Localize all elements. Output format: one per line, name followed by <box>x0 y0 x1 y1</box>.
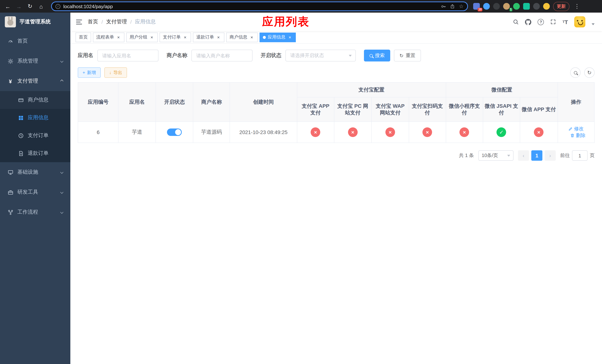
reload-icon[interactable]: ↻ <box>25 1 35 11</box>
tab-app-info[interactable]: 应用信息 × <box>259 32 296 42</box>
monitor-icon <box>7 169 13 175</box>
navbar-actions: ? TT <box>513 16 595 27</box>
password-key-icon[interactable] <box>441 3 446 9</box>
sidebar-item-refund-orders[interactable]: 退款订单 <box>0 144 70 162</box>
extension-icon[interactable] <box>493 3 500 10</box>
tab-refund-orders[interactable]: 退款订单 × <box>193 32 224 42</box>
col-alipay-app: 支付宝 APP 支付 <box>297 97 334 122</box>
home-icon[interactable]: ⌂ <box>36 1 46 11</box>
tab-payment-orders[interactable]: 支付订单 × <box>160 32 191 42</box>
search-icon[interactable] <box>513 19 519 25</box>
tab-user-group[interactable]: 用户分组 × <box>126 32 158 42</box>
reset-button[interactable]: ↻ 重置 <box>394 50 421 62</box>
close-icon[interactable]: × <box>249 35 254 40</box>
status-switch[interactable] <box>167 128 182 136</box>
tab-home[interactable]: 首页 <box>75 32 91 42</box>
hamburger-icon[interactable] <box>75 18 83 25</box>
sidebar-item-label: 商户信息 <box>28 97 49 103</box>
avatar-dropdown-caret[interactable] <box>592 23 595 25</box>
pagination-total: 共 1 条 <box>459 152 474 159</box>
app-logo-row[interactable]: 芋道管理系统 <box>0 13 70 31</box>
clock-order-icon <box>18 133 24 138</box>
export-button[interactable]: ↓ 导出 <box>104 67 127 78</box>
forward-icon[interactable]: → <box>14 1 24 11</box>
sidebar-item-label: 首页 <box>17 38 28 44</box>
chevron-down-icon <box>60 211 64 214</box>
share-icon[interactable] <box>450 4 455 9</box>
sidebar-item-app-info[interactable]: 应用信息 <box>0 109 70 127</box>
grid-icon <box>18 115 24 120</box>
site-info-icon[interactable]: i <box>55 4 60 9</box>
search-button[interactable]: 搜索 <box>364 50 390 62</box>
chevron-down-icon <box>60 171 64 174</box>
page-size-select[interactable]: 10条/页 <box>478 150 514 161</box>
workflow-icon <box>7 209 13 215</box>
refresh-button[interactable]: ↻ <box>584 67 595 78</box>
sidebar-item-label: 支付管理 <box>17 78 38 85</box>
sidebar-item-label: 支付订单 <box>28 132 49 139</box>
extension-icon[interactable]: 10 <box>473 3 480 10</box>
status-select[interactable]: 请选择开启状态 <box>285 50 356 62</box>
sidebar-item-payment[interactable]: ¥ 支付管理 <box>0 71 70 91</box>
next-page-button[interactable]: › <box>545 150 556 161</box>
avatar[interactable] <box>574 16 585 27</box>
extension-icon[interactable]: 1 <box>503 3 510 10</box>
close-icon[interactable]: × <box>116 35 121 40</box>
sidebar-item-payment-orders[interactable]: 支付订单 <box>0 127 70 144</box>
tab-merchant-info[interactable]: 商户信息 × <box>226 32 258 42</box>
extension-icon[interactable] <box>523 3 530 10</box>
sidebar-item-workflow[interactable]: 工作流程 <box>0 202 70 222</box>
breadcrumb-current: 应用信息 <box>135 19 156 25</box>
bookmark-star-icon[interactable]: ☆ <box>459 3 463 9</box>
cell-created: 2021-10-23 08:49:25 <box>230 122 297 143</box>
chrome-update-button[interactable]: 更新 <box>553 2 570 11</box>
merchant-name-input[interactable] <box>191 50 252 62</box>
extension-icon[interactable] <box>533 3 540 10</box>
tab-label: 首页 <box>79 34 88 40</box>
close-icon[interactable]: × <box>216 35 221 40</box>
extension-icon[interactable] <box>543 3 550 10</box>
extension-icon[interactable] <box>513 3 520 10</box>
gear-icon <box>7 58 13 64</box>
page-content: 应用名 商户名称 开启状态 请选择开启状态 <box>70 44 602 364</box>
delete-button[interactable]: 删除 <box>570 132 586 139</box>
page-number-button[interactable]: 1 <box>531 150 542 161</box>
sidebar-item-system[interactable]: 系统管理 <box>0 51 70 71</box>
tab-process-form[interactable]: 流程表单 × <box>93 32 124 42</box>
col-wx-app: 微信 APP 支付 <box>520 97 558 122</box>
url-text: localhost:1024/pay/app <box>63 3 438 9</box>
sidebar-item-infrastructure[interactable]: 基础设施 <box>0 162 70 182</box>
prev-page-button[interactable]: ‹ <box>518 150 529 161</box>
app-table: 应用编号 应用名 开启状态 商户名称 创建时间 支付宝配置 微信配置 操作 支付… <box>78 82 595 143</box>
browser-menu-icon[interactable]: ⋮ <box>573 3 581 10</box>
breadcrumb: 首页 / 支付管理 / 应用信息 <box>88 19 156 25</box>
fullscreen-icon[interactable] <box>550 19 556 25</box>
app-name-input[interactable] <box>97 50 159 62</box>
breadcrumb-home[interactable]: 首页 <box>88 19 98 25</box>
page-root: ← → ↻ ⌂ i localhost:1024/pay/app ☆ 10 <box>0 0 602 364</box>
goto-page-input[interactable] <box>572 150 588 161</box>
close-icon[interactable]: × <box>149 35 154 40</box>
back-icon[interactable]: ← <box>3 1 13 11</box>
alipay-wap-status-icon: × <box>386 127 395 137</box>
help-icon[interactable]: ? <box>538 19 544 25</box>
sidebar-item-dev-tools[interactable]: 研发工具 <box>0 182 70 202</box>
sidebar-item-label: 研发工具 <box>17 189 38 195</box>
credit-card-icon <box>18 97 24 103</box>
toggle-search-button[interactable] <box>570 67 580 78</box>
edit-button[interactable]: 修改 <box>569 126 584 132</box>
goto-prefix: 前往 <box>560 152 570 159</box>
add-button[interactable]: + 新增 <box>78 67 101 78</box>
close-icon[interactable]: × <box>287 35 292 40</box>
close-icon[interactable]: × <box>183 35 188 40</box>
url-bar[interactable]: i localhost:1024/pay/app ☆ <box>51 1 468 11</box>
sidebar-item-merchant-info[interactable]: 商户信息 <box>0 91 70 109</box>
tab-label: 用户分组 <box>129 34 147 40</box>
sidebar-item-home[interactable]: 首页 <box>0 31 70 51</box>
breadcrumb-payment[interactable]: 支付管理 <box>106 19 127 25</box>
github-icon[interactable] <box>525 19 531 25</box>
extensions-cluster: 10 1 更新 ⋮ <box>473 2 581 11</box>
extension-icon[interactable] <box>483 3 490 10</box>
font-size-icon[interactable]: TT <box>563 19 568 25</box>
top-navbar: 首页 / 支付管理 / 应用信息 应用列表 ? <box>70 13 602 31</box>
